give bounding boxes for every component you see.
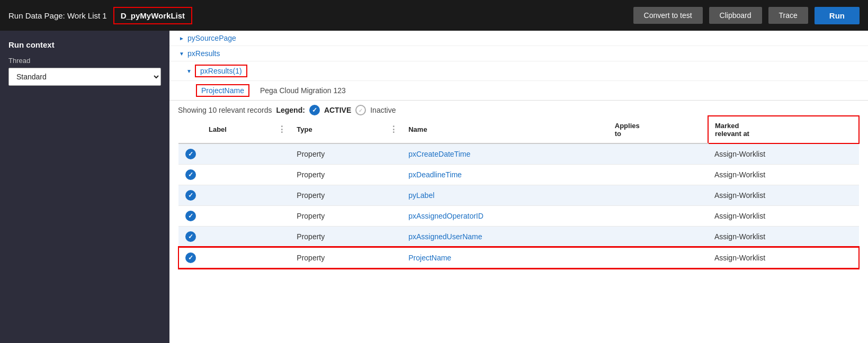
run-button[interactable]: Run: [815, 7, 860, 24]
row-dots-2[interactable]: [386, 247, 402, 268]
applies-to-cell: [609, 227, 708, 248]
col-check: [178, 116, 202, 143]
convert-to-test-button[interactable]: Convert to test: [633, 7, 703, 24]
tree-link-project-name[interactable]: ProjectName: [201, 86, 244, 95]
legend-section: Showing 10 relevant records Legend: ✓ AC…: [178, 101, 860, 115]
active-label: ACTIVE: [324, 106, 351, 114]
table-row: ✓PropertypxDeadlineTimeAssign-Worklist: [178, 165, 859, 185]
table-row: ✓PropertypxAssignedOperatorIDAssign-Work…: [178, 206, 859, 227]
table-row: ✓PropertypxCreateDateTimeAssign-Worklist: [178, 143, 859, 165]
table-row: ✓PropertypxAssignedUserNameAssign-Workli…: [178, 227, 859, 248]
name-link[interactable]: pxAssignedUserName: [408, 232, 482, 241]
data-page-name-badge: D_pyMyWorkList: [113, 7, 192, 24]
sidebar-title: Run context: [8, 40, 161, 49]
row-dots[interactable]: [274, 206, 290, 227]
inactive-icon: ✓: [355, 105, 366, 115]
tree-highlighted-project-name: ProjectName: [196, 84, 249, 97]
table-wrapper: Label ⋮ Type ⋮ Name Appliesto Markedrele…: [178, 115, 860, 343]
type-col-dots[interactable]: ⋮: [386, 125, 402, 134]
name-link[interactable]: pxDeadlineTime: [408, 170, 462, 179]
name-link[interactable]: pyLabel: [408, 191, 434, 200]
check-blue-icon: ✓: [185, 190, 196, 201]
marked-relevant-cell: Assign-Worklist: [708, 143, 859, 165]
type-cell: Property: [290, 165, 386, 185]
check-cell: ✓: [178, 206, 202, 227]
name-link[interactable]: pxCreateDateTime: [408, 150, 470, 158]
type-cell: Property: [290, 247, 386, 268]
marked-relevant-cell: Assign-Worklist: [708, 165, 859, 185]
tree-row-px-results-1[interactable]: ▼ pxResults(1): [169, 61, 868, 81]
name-cell[interactable]: ProjectName: [402, 247, 609, 268]
project-name-value: Pega Cloud Migration 123: [260, 86, 346, 95]
check-blue-icon: ✓: [185, 169, 196, 180]
row-dots[interactable]: [274, 143, 290, 165]
tree-row-py-source-page[interactable]: ► pySourcePage: [169, 31, 868, 46]
name-cell[interactable]: pyLabel: [402, 185, 609, 206]
tree-link-px-results-1[interactable]: pxResults(1): [200, 67, 242, 75]
showing-records-text: Showing 10 relevant records: [178, 106, 272, 114]
check-blue-icon: ✓: [185, 211, 196, 221]
name-cell[interactable]: pxAssignedUserName: [402, 227, 609, 248]
check-cell: ✓: [178, 185, 202, 206]
name-cell[interactable]: pxCreateDateTime: [402, 143, 609, 165]
trace-button[interactable]: Trace: [768, 7, 808, 24]
header-bar: Run Data Page: Work List 1 D_pyMyWorkLis…: [0, 0, 868, 31]
check-cell: ✓: [178, 227, 202, 248]
applies-to-cell: [609, 143, 708, 165]
name-cell[interactable]: pxDeadlineTime: [402, 165, 609, 185]
name-link[interactable]: pxAssignedOperatorID: [408, 212, 484, 220]
content-inner: Showing 10 relevant records Legend: ✓ AC…: [169, 101, 868, 343]
tree-section: ► pySourcePage ▼ pxResults ▼ pxResults(1…: [169, 31, 868, 101]
type-cell: Property: [290, 206, 386, 227]
label-cell: [202, 227, 274, 248]
check-blue-icon: ✓: [185, 231, 196, 242]
table-body: ✓PropertypxCreateDateTimeAssign-Worklist…: [178, 143, 859, 268]
tree-row-px-results[interactable]: ▼ pxResults: [169, 46, 868, 61]
thread-label: Thread: [8, 57, 161, 65]
row-dots[interactable]: [274, 185, 290, 206]
tree-link-py-source-page[interactable]: pySourcePage: [187, 34, 236, 42]
tree-highlighted-px-results-1: pxResults(1): [195, 65, 247, 77]
row-dots-2[interactable]: [386, 206, 402, 227]
active-icon: ✓: [309, 105, 320, 115]
col-type-dots[interactable]: ⋮: [386, 116, 402, 143]
main-layout: Run context Thread Standard Background S…: [0, 31, 868, 343]
marked-relevant-cell: Assign-Worklist: [708, 206, 859, 227]
name-link[interactable]: ProjectName: [408, 254, 451, 262]
label-col-dots[interactable]: ⋮: [274, 125, 290, 134]
row-dots[interactable]: [274, 227, 290, 248]
col-applies-to: Appliesto: [609, 116, 708, 143]
tree-row-project-name: ProjectName Pega Cloud Migration 123: [169, 81, 868, 100]
row-dots-2[interactable]: [386, 227, 402, 248]
row-dots[interactable]: [274, 165, 290, 185]
expand-icon-px-results: ▼: [178, 50, 185, 57]
row-dots-2[interactable]: [386, 165, 402, 185]
col-label: Label: [202, 116, 274, 143]
clipboard-button[interactable]: Clipboard: [709, 7, 762, 24]
page-title: Run Data Page: Work List 1: [8, 11, 107, 20]
marked-relevant-cell: Assign-Worklist: [708, 247, 859, 268]
table-row: ✓PropertyProjectNameAssign-Worklist: [178, 247, 859, 268]
col-type: Type: [290, 116, 386, 143]
check-cell: ✓: [178, 247, 202, 268]
type-cell: Property: [290, 143, 386, 165]
type-cell: Property: [290, 185, 386, 206]
marked-relevant-cell: Assign-Worklist: [708, 227, 859, 248]
thread-select[interactable]: Standard Background Service: [8, 68, 161, 86]
col-label-dots[interactable]: ⋮: [274, 116, 290, 143]
row-dots-2[interactable]: [386, 185, 402, 206]
applies-to-cell: [609, 206, 708, 227]
label-cell: [202, 143, 274, 165]
applies-to-cell: [609, 247, 708, 268]
expand-icon-px-results-1: ▼: [185, 67, 193, 75]
row-dots-2[interactable]: [386, 143, 402, 165]
col-marked-relevant-at: Markedrelevant at: [708, 116, 859, 143]
tree-link-px-results[interactable]: pxResults: [187, 49, 220, 58]
check-blue-icon: ✓: [185, 149, 196, 159]
label-cell: [202, 165, 274, 185]
content-area: ► pySourcePage ▼ pxResults ▼ pxResults(1…: [169, 31, 868, 343]
name-cell[interactable]: pxAssignedOperatorID: [402, 206, 609, 227]
label-cell: [202, 247, 274, 268]
row-dots[interactable]: [274, 247, 290, 268]
sidebar: Run context Thread Standard Background S…: [0, 31, 169, 343]
